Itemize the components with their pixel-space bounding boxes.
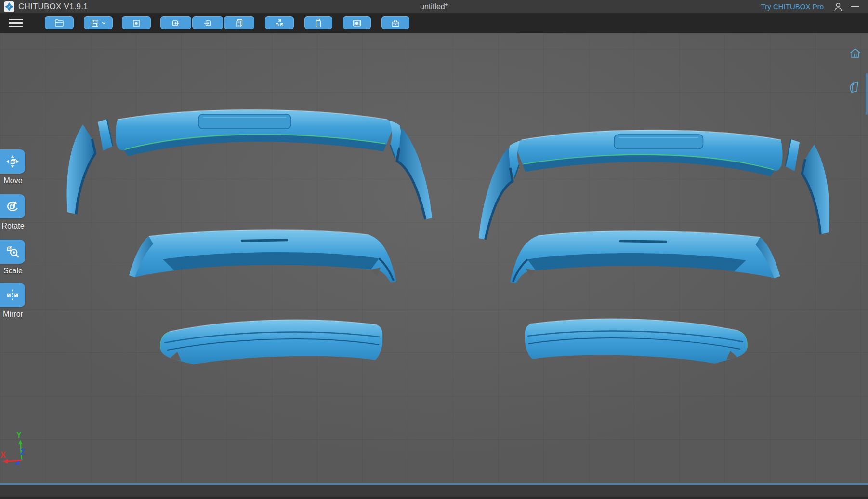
redo-button[interactable] <box>192 16 223 29</box>
titlebar: CHITUBOX V1.9.1 untitled* Try CHITUBOX P… <box>0 0 868 14</box>
rotate-tool-button[interactable] <box>0 194 25 218</box>
app-title: CHITUBOX V1.9.1 <box>18 0 88 13</box>
3d-viewport[interactable] <box>0 33 868 483</box>
save-button[interactable] <box>84 16 113 29</box>
auto-layout-button[interactable] <box>265 16 294 29</box>
layout-cubes-icon <box>274 18 285 28</box>
mirror-tool-button[interactable] <box>0 283 25 307</box>
axis-gizmo: Y Z X <box>0 431 39 471</box>
model-spoiler-small-right[interactable] <box>525 319 748 364</box>
user-account-icon[interactable] <box>833 2 843 12</box>
axis-y-label: Y <box>16 431 22 439</box>
move-tool-label: Move <box>0 176 27 185</box>
capture-frame-icon <box>131 18 142 28</box>
scale-tool-label: Scale <box>0 267 27 275</box>
axis-x-label: X <box>0 451 6 459</box>
projector-icon <box>352 18 362 28</box>
minimize-button[interactable] <box>851 6 859 7</box>
model-spoiler-large-right[interactable] <box>479 130 829 240</box>
viewport-scrollbar-thumb[interactable] <box>866 73 868 115</box>
axis-z-label: Z <box>20 448 25 456</box>
model-spoiler-large-left[interactable] <box>67 110 432 219</box>
scale-icon <box>5 244 20 259</box>
toolbox-icon <box>390 18 401 28</box>
copy-button[interactable] <box>224 16 254 29</box>
undo-arrow-icon <box>171 18 181 28</box>
redo-arrow-icon <box>202 18 213 28</box>
save-icon <box>90 18 100 28</box>
orbit-view-icon <box>848 80 861 94</box>
machine-button[interactable] <box>343 16 371 29</box>
resin-bottle-icon <box>313 18 324 28</box>
copy-document-icon <box>234 18 245 28</box>
model-spoiler-small-left[interactable] <box>160 320 383 364</box>
home-view-button[interactable] <box>849 47 862 60</box>
model-spoiler-medium-right[interactable] <box>510 231 780 283</box>
model-spoiler-medium-left[interactable] <box>129 230 396 283</box>
resin-button[interactable] <box>304 16 332 29</box>
folder-icon <box>54 18 65 28</box>
orbit-view-button[interactable] <box>848 80 861 94</box>
open-file-button[interactable] <box>45 16 74 29</box>
mirror-icon <box>5 288 20 302</box>
chitubox-logo-icon <box>4 1 14 12</box>
document-title: untitled* <box>420 0 448 13</box>
hamburger-menu-button[interactable] <box>9 17 23 29</box>
mirror-tool-label: Mirror <box>0 310 27 319</box>
scene-canvas <box>0 33 868 483</box>
move-tool-button[interactable] <box>0 149 25 174</box>
rotate-icon <box>5 199 20 214</box>
capture-button[interactable] <box>122 16 151 29</box>
status-bar <box>0 483 868 499</box>
chevron-down-icon <box>101 20 106 26</box>
scale-tool-button[interactable] <box>0 240 25 264</box>
toolbox-button[interactable] <box>381 16 409 29</box>
try-pro-link[interactable]: Try CHITUBOX Pro <box>761 0 824 13</box>
undo-button[interactable] <box>160 16 191 29</box>
main-toolbar <box>0 13 868 33</box>
rotate-tool-label: Rotate <box>0 222 27 230</box>
move-icon <box>5 154 20 169</box>
home-icon <box>849 47 862 60</box>
